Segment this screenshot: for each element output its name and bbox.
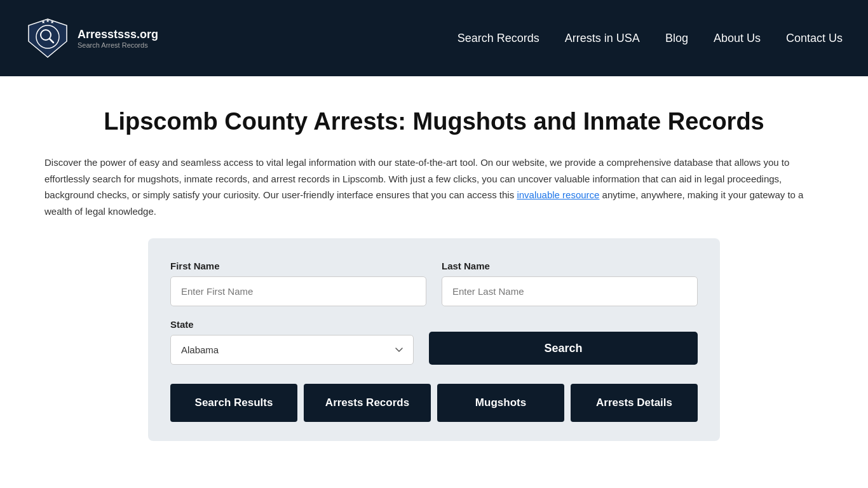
- nav-arrests-in-usa[interactable]: Arrests in USA: [565, 32, 640, 45]
- name-row: First Name Last Name: [170, 261, 698, 306]
- search-box: First Name Last Name State Alabama Alask…: [148, 238, 720, 441]
- first-name-group: First Name: [170, 261, 426, 306]
- nav-contact-us[interactable]: Contact Us: [786, 32, 843, 45]
- last-name-group: Last Name: [442, 261, 698, 306]
- state-group: State Alabama Alaska Arizona Arkansas Ca…: [170, 319, 414, 365]
- main-content: Lipscomb County Arrests: Mugshots and In…: [0, 76, 868, 488]
- search-results-button[interactable]: Search Results: [170, 384, 297, 422]
- svg-text:★: ★: [50, 20, 54, 25]
- site-name: Arresstsss.org: [78, 28, 158, 41]
- state-select[interactable]: Alabama Alaska Arizona Arkansas Californ…: [170, 335, 414, 365]
- search-button[interactable]: Search: [429, 332, 698, 365]
- page-title: Lipscomb County Arrests: Mugshots and In…: [44, 108, 824, 135]
- main-nav: Search Records Arrests in USA Blog About…: [458, 32, 843, 45]
- site-tagline: Search Arrest Records: [78, 41, 158, 49]
- state-label: State: [170, 319, 414, 330]
- last-name-input[interactable]: [442, 276, 698, 306]
- description-text: Discover the power of easy and seamless …: [44, 154, 824, 219]
- logo-text: Arresstsss.org Search Arrest Records: [78, 28, 158, 49]
- first-name-input[interactable]: [170, 276, 426, 306]
- svg-text:★: ★: [41, 20, 45, 25]
- last-name-label: Last Name: [442, 261, 698, 271]
- nav-blog[interactable]: Blog: [665, 32, 688, 45]
- site-header: ★ ★ ★ Arresstsss.org Search Arrest Recor…: [0, 0, 868, 76]
- first-name-label: First Name: [170, 261, 426, 271]
- logo-area: ★ ★ ★ Arresstsss.org Search Arrest Recor…: [25, 16, 158, 60]
- mugshots-button[interactable]: Mugshots: [437, 384, 564, 422]
- svg-marker-0: [29, 19, 67, 57]
- nav-about-us[interactable]: About Us: [714, 32, 761, 45]
- invaluable-resource-link[interactable]: invaluable resource: [517, 189, 599, 200]
- nav-search-records[interactable]: Search Records: [458, 32, 539, 45]
- arrests-records-button[interactable]: Arrests Records: [304, 384, 431, 422]
- arrests-details-button[interactable]: Arrests Details: [571, 384, 698, 422]
- state-search-row: State Alabama Alaska Arizona Arkansas Ca…: [170, 319, 698, 365]
- svg-text:★: ★: [46, 18, 50, 24]
- bottom-buttons: Search Results Arrests Records Mugshots …: [170, 384, 698, 422]
- logo-icon: ★ ★ ★: [25, 16, 70, 60]
